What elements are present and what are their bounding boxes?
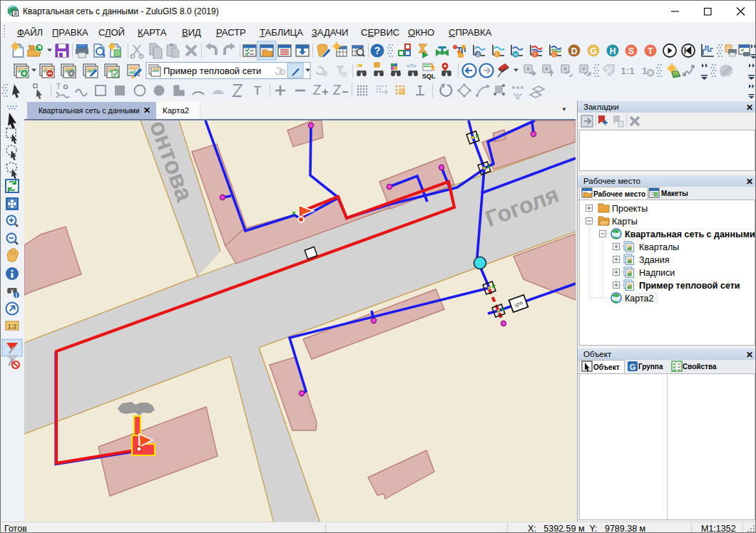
svg-text:Г: Г bbox=[496, 52, 499, 57]
svg-text:T: T bbox=[648, 46, 653, 56]
svg-text:1:1: 1:1 bbox=[620, 66, 635, 76]
svg-text:Надписи: Надписи bbox=[639, 268, 675, 278]
svg-text:Проекты: Проекты bbox=[612, 204, 648, 214]
svg-text:Карта2: Карта2 bbox=[625, 294, 653, 304]
svg-text:T: T bbox=[56, 83, 61, 90]
svg-text:G: G bbox=[630, 363, 636, 371]
svg-text:G: G bbox=[590, 46, 596, 56]
svg-text:1:2: 1:2 bbox=[8, 323, 17, 330]
svg-text:Кварталы: Кварталы bbox=[639, 242, 679, 252]
svg-text:8: 8 bbox=[14, 10, 16, 16]
svg-text:Н: Н bbox=[514, 52, 517, 57]
svg-text:S: S bbox=[628, 46, 634, 56]
svg-text:1: 1 bbox=[642, 66, 648, 76]
svg-text:Д: Д bbox=[476, 52, 480, 58]
svg-text:?: ? bbox=[374, 45, 381, 56]
svg-text:Пример тепловой сети: Пример тепловой сети bbox=[639, 281, 740, 291]
svg-text:SQL: SQL bbox=[422, 73, 436, 80]
svg-text:Здания: Здания bbox=[639, 255, 669, 265]
svg-text:<?>: <?> bbox=[407, 63, 417, 69]
svg-text:H: H bbox=[610, 46, 616, 56]
svg-text:Карты: Карты bbox=[612, 217, 638, 227]
svg-text:Квартальная сеть с данными: Квартальная сеть с данными bbox=[625, 229, 755, 239]
svg-text:T: T bbox=[254, 84, 261, 98]
svg-text:Пример тепловой сети: Пример тепловой сети bbox=[163, 66, 261, 76]
svg-text:Т: Т bbox=[533, 52, 537, 57]
svg-text:D: D bbox=[571, 46, 578, 56]
svg-text:С: С bbox=[552, 52, 556, 57]
